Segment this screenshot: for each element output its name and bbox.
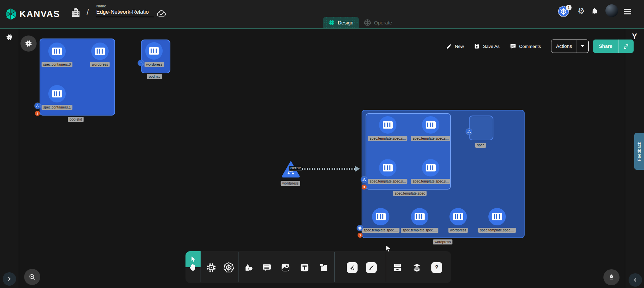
tool-comment[interactable] bbox=[261, 262, 273, 274]
container-node-t0[interactable] bbox=[379, 116, 396, 134]
group-count-badge[interactable]: 3 bbox=[362, 185, 367, 190]
node-label: spec bbox=[475, 143, 486, 148]
toolbar-divider bbox=[386, 252, 386, 282]
feedback-label: Feedback bbox=[637, 142, 642, 161]
edge-arrowhead bbox=[355, 166, 360, 172]
tab-design[interactable]: Design bbox=[323, 17, 359, 28]
container-node-c2[interactable] bbox=[48, 85, 66, 102]
comment-icon bbox=[510, 43, 516, 50]
comments-button[interactable]: Comments bbox=[510, 43, 541, 50]
tool-help[interactable]: ? bbox=[431, 262, 443, 274]
pen-nib-icon bbox=[608, 274, 615, 281]
group-count-badge[interactable]: 2 bbox=[35, 111, 40, 116]
design-name-value[interactable]: Edge-Network-Relatio bbox=[96, 9, 154, 17]
tab-operate[interactable]: Operate bbox=[359, 17, 397, 28]
user-avatar[interactable] bbox=[605, 4, 618, 17]
tool-kubernetes[interactable] bbox=[223, 262, 235, 274]
share-split-button[interactable]: Share bbox=[593, 40, 633, 53]
tool-drawer[interactable] bbox=[391, 262, 404, 274]
left-spiral-icon[interactable] bbox=[6, 33, 13, 41]
container-node-b3[interactable] bbox=[488, 208, 506, 225]
actions-caret-icon[interactable] bbox=[581, 45, 584, 47]
new-button[interactable]: New bbox=[446, 44, 464, 49]
group-relationship-badge[interactable] bbox=[35, 103, 41, 109]
left-panel bbox=[0, 29, 19, 288]
kanvas-logo[interactable]: KANVAS bbox=[5, 7, 60, 21]
tool-pen-edit[interactable] bbox=[346, 262, 358, 274]
pen-mode-button[interactable] bbox=[603, 269, 620, 285]
container-node-t3[interactable] bbox=[422, 159, 439, 176]
pencil-icon bbox=[446, 44, 452, 49]
group-relationship-badge[interactable] bbox=[361, 176, 367, 183]
save-as-button[interactable]: Save As bbox=[474, 43, 500, 49]
container-node-t1[interactable] bbox=[422, 116, 439, 134]
help-icon: ? bbox=[431, 262, 442, 273]
tool-layers[interactable] bbox=[411, 262, 423, 274]
container-icon bbox=[383, 121, 393, 129]
save-as-label: Save As bbox=[483, 44, 500, 49]
tool-image[interactable] bbox=[279, 262, 291, 274]
shapes-icon bbox=[244, 263, 254, 273]
hamburger-menu-icon[interactable] bbox=[624, 9, 631, 16]
group-count-badge[interactable]: 3 bbox=[358, 233, 363, 238]
container-node-c1[interactable] bbox=[91, 43, 109, 60]
feedback-tab[interactable]: Feedback bbox=[634, 133, 644, 170]
container-node-c0[interactable] bbox=[48, 43, 66, 60]
comments-label: Comments bbox=[519, 44, 541, 49]
actions-label[interactable]: Actions bbox=[551, 44, 577, 49]
chevron-left-icon bbox=[633, 278, 638, 282]
container-node-b2[interactable] bbox=[449, 208, 467, 225]
tool-shapes[interactable] bbox=[243, 262, 255, 274]
context-count-badge: 1 bbox=[566, 5, 572, 10]
notifications-bell-icon[interactable] bbox=[591, 7, 598, 15]
node-label: spec.containers.1 bbox=[42, 105, 72, 110]
hand-icon bbox=[189, 263, 197, 272]
container-node-t2[interactable] bbox=[379, 159, 396, 176]
header-accent-line bbox=[0, 28, 644, 29]
node-spec-empty[interactable] bbox=[469, 116, 493, 140]
drawer-icon bbox=[392, 263, 402, 273]
share-label[interactable]: Share bbox=[593, 44, 618, 49]
collapse-panel-button[interactable] bbox=[629, 273, 642, 287]
mouse-cursor bbox=[384, 244, 392, 253]
chip-icon bbox=[206, 263, 216, 273]
group-label-pod-rcc: pod-rcc bbox=[147, 74, 162, 79]
node-label: spec.template.spec.... bbox=[362, 228, 399, 233]
container-node-b1[interactable] bbox=[411, 208, 428, 225]
container-icon bbox=[492, 213, 502, 220]
image-icon bbox=[280, 263, 290, 273]
container-icon bbox=[383, 164, 393, 171]
text-icon bbox=[300, 263, 310, 273]
edge-service-to-deployment[interactable] bbox=[301, 168, 355, 170]
group-relationship-badge[interactable] bbox=[138, 60, 144, 66]
node-label: spec.template.spec.s... bbox=[411, 136, 450, 141]
organization-icon[interactable] bbox=[71, 7, 80, 17]
node-label: wordpress bbox=[448, 228, 468, 233]
node-relationship-badge[interactable] bbox=[466, 129, 472, 135]
actions-divider bbox=[577, 40, 577, 53]
group-label-wordpress: wordpress bbox=[433, 239, 452, 244]
edge-port-label: 80/TCP bbox=[289, 166, 302, 171]
zoom-button[interactable] bbox=[24, 269, 40, 285]
container-node-b0[interactable] bbox=[372, 208, 389, 225]
expand-panel-button[interactable] bbox=[3, 272, 16, 286]
group-relationship-badge[interactable] bbox=[357, 225, 363, 231]
tool-pan[interactable] bbox=[187, 262, 199, 274]
node-label: spec.template.spec.s... bbox=[411, 179, 450, 184]
tool-text[interactable] bbox=[299, 262, 311, 274]
canvas-config-button[interactable] bbox=[20, 35, 37, 52]
container-icon bbox=[426, 121, 436, 129]
tool-pen-draw[interactable] bbox=[365, 262, 377, 274]
tool-note[interactable] bbox=[317, 262, 329, 274]
copy-link-icon[interactable] bbox=[619, 43, 634, 50]
settings-gear-icon[interactable]: ⚙ bbox=[578, 6, 585, 16]
container-icon bbox=[52, 48, 62, 55]
logo-text: KANVAS bbox=[19, 9, 60, 19]
tool-components[interactable] bbox=[205, 262, 217, 274]
design-name-field[interactable]: Name Edge-Network-Relatio bbox=[96, 4, 154, 17]
actions-split-button[interactable]: Actions bbox=[551, 40, 589, 53]
cloud-saved-icon bbox=[156, 9, 167, 18]
node-label: spec.containers.0 bbox=[42, 62, 72, 67]
container-node-rcc[interactable] bbox=[145, 42, 163, 60]
design-name-label: Name bbox=[96, 4, 154, 8]
